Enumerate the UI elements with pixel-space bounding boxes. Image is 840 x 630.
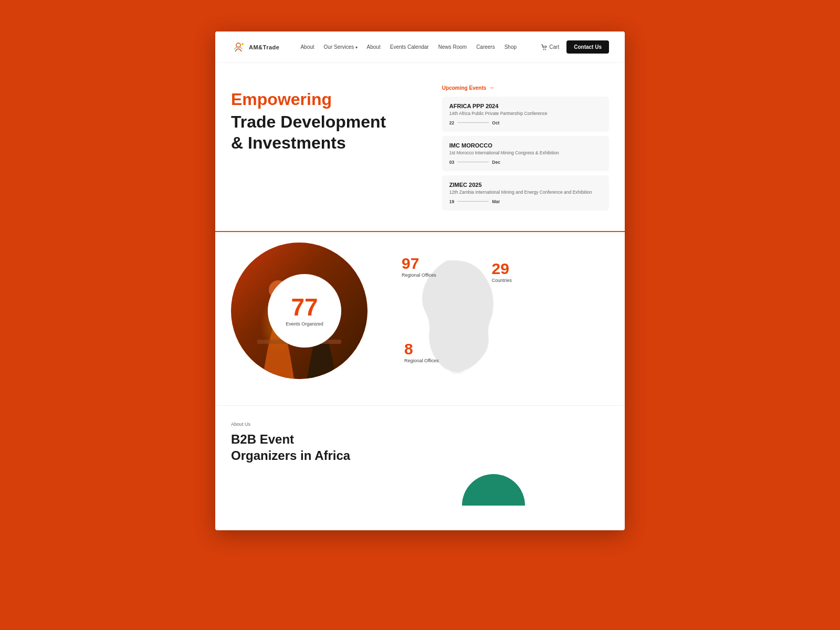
event-card-3[interactable]: ZIMEC 2025 12th Zambia International Min… (442, 175, 609, 211)
hero-left: Empowering Trade Development & Investmen… (231, 84, 432, 231)
event-desc-3: 12th Zambia International Mining and Ene… (449, 190, 602, 196)
events-count: 77 (291, 295, 318, 319)
hero-title-black: Trade Development & Investments (231, 111, 432, 153)
nav-about[interactable]: About (300, 44, 314, 50)
green-circle-peek (462, 474, 525, 506)
logo[interactable]: AM&Trade (231, 40, 279, 55)
event-card-1[interactable]: AFRICA PPP 2024 14th Africa Public Priva… (442, 97, 609, 132)
nav-events-cal[interactable]: Events Calendar (390, 44, 429, 50)
nav-about2[interactable]: About (367, 44, 381, 50)
logo-text: AM&Trade (249, 44, 279, 50)
contact-button[interactable]: Contact Us (566, 40, 609, 54)
map-stats: 97 Regional Offices 29 Countries 8 Regio… (378, 232, 625, 374)
cart-icon (541, 44, 547, 50)
upcoming-arrow: → (488, 84, 495, 91)
svg-point-2 (543, 49, 544, 50)
event-card-2[interactable]: IMC MOROCCO 1st Morocco International Mi… (442, 136, 609, 171)
stat-97: 97 Regional Offices (402, 256, 436, 278)
stat-29: 29 Countries (491, 261, 512, 283)
event-desc-1: 14th Africa Public Private Partnership C… (449, 111, 602, 117)
nav-links: About Our Services About Events Calendar… (300, 44, 541, 50)
event-name-1: AFRICA PPP 2024 (449, 103, 602, 109)
event-name-2: IMC MOROCCO (449, 142, 602, 149)
about-bottom (231, 464, 609, 506)
event-date-line-3 (457, 201, 489, 202)
stat-8: 8 Regional Offices (404, 341, 439, 363)
nav-careers[interactable]: Careers (476, 44, 495, 50)
event-dates-1: 22 Oct (449, 120, 602, 125)
main-window: AM&Trade About Our Services About Events… (215, 32, 625, 530)
circle-container: 77 Events Organized (231, 232, 378, 390)
nav-right: Cart Contact Us (541, 40, 609, 54)
event-desc-2: 1st Morocco International Mining Congres… (449, 150, 602, 156)
about-section: About Us B2B Event Organizers in Africa (215, 405, 625, 506)
event-date-line-1 (457, 122, 489, 123)
svg-point-1 (242, 43, 244, 45)
about-title: B2B Event Organizers in Africa (231, 431, 609, 464)
hero-title-orange: Empowering (231, 89, 432, 109)
nav-shop[interactable]: Shop (505, 44, 517, 50)
hero-section: Empowering Trade Development & Investmen… (215, 63, 625, 231)
stats-section: 77 Events Organized 97 Regional Offices (215, 232, 625, 405)
nav-newsroom[interactable]: News Room (438, 44, 467, 50)
navbar: AM&Trade About Our Services About Events… (215, 32, 625, 63)
svg-point-3 (545, 49, 546, 50)
events-label: Events Organized (286, 321, 323, 327)
event-dates-2: 03 Dec (449, 160, 602, 165)
event-name-3: ZIMEC 2025 (449, 182, 602, 188)
upcoming-label: Upcoming Events → (442, 84, 609, 91)
event-date-line-2 (457, 162, 489, 162)
about-label: About Us (231, 422, 609, 427)
event-dates-3: 19 Mar (449, 199, 602, 204)
cart-link[interactable]: Cart (541, 44, 559, 50)
nav-services[interactable]: Our Services (324, 44, 358, 50)
stats-circle-inner: 77 Events Organized (268, 274, 341, 348)
events-panel: Upcoming Events → AFRICA PPP 2024 14th A… (442, 84, 609, 231)
logo-icon (231, 40, 246, 55)
